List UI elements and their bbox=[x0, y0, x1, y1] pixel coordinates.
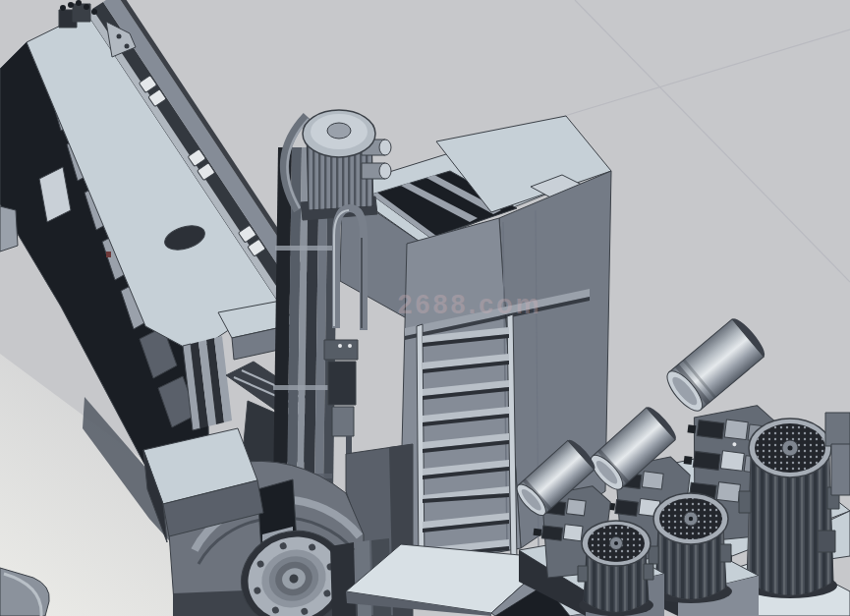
electric-motor-small bbox=[578, 521, 653, 616]
electric-motor-large bbox=[739, 419, 839, 598]
left-edge-rail-stub bbox=[0, 206, 18, 252]
machine-render bbox=[0, 0, 850, 616]
cad-viewport-3d[interactable]: 2688.com bbox=[0, 0, 850, 616]
sensor-dot bbox=[106, 252, 111, 257]
ladder-rungs bbox=[423, 327, 509, 559]
valve-block bbox=[328, 362, 356, 405]
